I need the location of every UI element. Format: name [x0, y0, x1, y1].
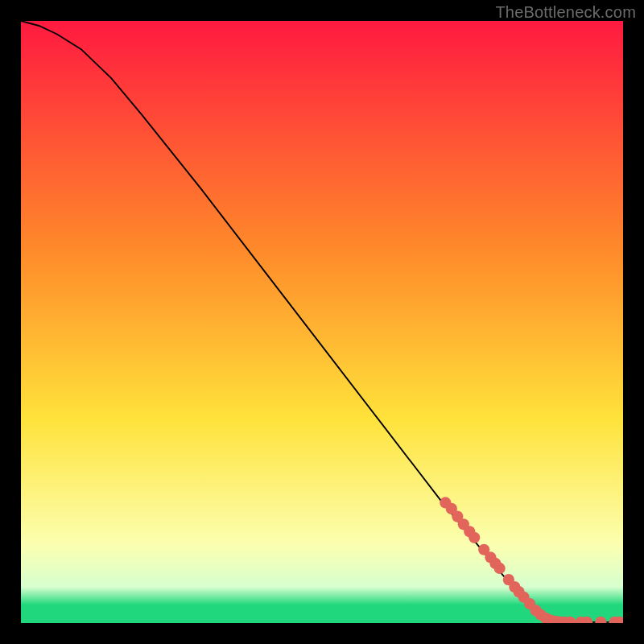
data-point — [494, 563, 506, 574]
plot-area — [21, 21, 623, 623]
main-curve — [21, 21, 623, 622]
data-point — [595, 617, 606, 623]
stage: TheBottleneck.com — [0, 0, 644, 644]
watermark-text: TheBottleneck.com — [495, 3, 636, 22]
marker-layer — [440, 497, 623, 623]
data-point — [469, 532, 480, 543]
chart-overlay — [21, 21, 623, 623]
